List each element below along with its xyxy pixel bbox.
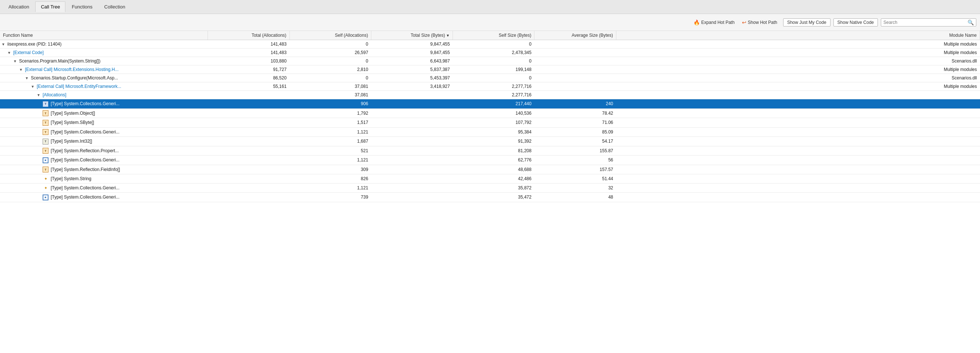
- col-header-self-size[interactable]: Self Size (Bytes): [453, 31, 535, 40]
- table-row[interactable]: ■[Type] System.Collections.Generi...1,12…: [0, 155, 980, 165]
- tab-allocation[interactable]: Allocation: [3, 2, 35, 12]
- cell-avg_size: 240: [535, 99, 616, 109]
- cell-total_size: [371, 118, 453, 128]
- table-row[interactable]: T[Type] System.Reflection.Propert...5218…: [0, 146, 980, 155]
- tab-collection[interactable]: Collection: [99, 2, 131, 12]
- cell-self_size: 35,872: [453, 184, 535, 193]
- cell-self_size: 0: [453, 40, 535, 48]
- cell-avg_size: 85.09: [535, 127, 616, 137]
- cell-self_alloc: 906: [290, 99, 371, 109]
- cell-self_alloc: 26,597: [290, 48, 371, 57]
- cell-total_size: 5,453,397: [371, 74, 453, 82]
- cell-module: [616, 109, 980, 118]
- cell-avg_size: 56: [535, 155, 616, 165]
- cell-avg_size: [535, 65, 616, 74]
- cell-self_size: 62,776: [453, 155, 535, 165]
- table-row[interactable]: ▼Scenarios.Program.Main(System.String[])…: [0, 57, 980, 65]
- search-input[interactable]: [883, 20, 967, 25]
- top-tabs: Allocation Call Tree Functions Collectio…: [0, 0, 980, 14]
- show-hot-path-button[interactable]: ↩ Show Hot Path: [740, 18, 780, 27]
- cell-self_alloc: 0: [290, 57, 371, 65]
- cell-total_size: [371, 91, 453, 99]
- function-name-label: [Allocations]: [43, 92, 67, 97]
- table-row[interactable]: ▼iisexpress.exe (PID: 11404)141,48309,84…: [0, 40, 980, 48]
- col-header-module[interactable]: Module Name: [616, 31, 980, 40]
- table-row[interactable]: T[Type] System.SByte[]1,517107,79271.06: [0, 118, 980, 128]
- col-header-total-alloc[interactable]: Total (Allocations): [208, 31, 290, 40]
- cell-module: [616, 118, 980, 128]
- expand-arrow-icon[interactable]: ▼: [13, 59, 18, 63]
- tab-functions[interactable]: Functions: [66, 2, 98, 12]
- cell-self_size: 81,208: [453, 146, 535, 155]
- cell-total_alloc: 141,483: [208, 40, 290, 48]
- cell-avg_size: [535, 82, 616, 91]
- table-row[interactable]: T[Type] System.Reflection.FieldInfo[]309…: [0, 165, 980, 174]
- table-row[interactable]: ■[Type] System.Collections.Generi...7393…: [0, 193, 980, 202]
- arrow-left-icon: ↩: [742, 19, 746, 26]
- function-name-label: [Type] System.SByte[]: [51, 120, 94, 125]
- cell-avg_size: [535, 57, 616, 65]
- cell-total_size: 9,847,455: [371, 40, 453, 48]
- type-icon: ✦: [43, 185, 49, 191]
- type-icon: ✦: [43, 176, 49, 182]
- cell-module: Multiple modules: [616, 48, 980, 57]
- cell-total_alloc: 86,520: [208, 74, 290, 82]
- col-header-avg-size[interactable]: Average Size (Bytes): [535, 31, 616, 40]
- table-row[interactable]: T[Type] System.Int32[]1,68791,39254.17: [0, 137, 980, 146]
- cell-self_alloc: 0: [290, 40, 371, 48]
- tab-call-tree[interactable]: Call Tree: [35, 2, 65, 12]
- search-box[interactable]: 🔍: [881, 18, 976, 27]
- show-just-my-code-button[interactable]: Show Just My Code: [783, 18, 830, 27]
- cell-self_size: 140,536: [453, 109, 535, 118]
- table-row[interactable]: ▼Scenarios.Startup.Configure(Microsoft.A…: [0, 74, 980, 82]
- cell-self_size: 95,384: [453, 127, 535, 137]
- cell-total_alloc: [208, 146, 290, 155]
- expand-arrow-icon[interactable]: ▼: [2, 42, 6, 46]
- table-row[interactable]: T[Type] System.Collections.Generi...9062…: [0, 99, 980, 109]
- cell-total_alloc: 103,880: [208, 57, 290, 65]
- cell-total_alloc: 55,161: [208, 82, 290, 91]
- expand-arrow-icon[interactable]: ▼: [7, 51, 12, 55]
- cell-avg_size: 51.44: [535, 174, 616, 184]
- table-row[interactable]: ✦[Type] System.Collections.Generi...1,12…: [0, 184, 980, 193]
- function-name-label: [Type] System.String: [51, 176, 91, 181]
- cell-self_size: 107,792: [453, 118, 535, 128]
- cell-total_alloc: [208, 127, 290, 137]
- cell-module: Multiple modules: [616, 40, 980, 48]
- cell-avg_size: [535, 91, 616, 99]
- cell-avg_size: [535, 48, 616, 57]
- cell-total_alloc: [208, 137, 290, 146]
- cell-avg_size: 78.42: [535, 109, 616, 118]
- expand-arrow-icon[interactable]: ▼: [31, 85, 35, 89]
- expand-arrow-icon[interactable]: ▼: [37, 93, 41, 97]
- table-row[interactable]: T[Type] System.Object[]1,792140,53678.42: [0, 109, 980, 118]
- cell-avg_size: 157.57: [535, 165, 616, 174]
- table-row[interactable]: T[Type] System.Collections.Generi...1,12…: [0, 127, 980, 137]
- col-header-function-name[interactable]: Function Name: [0, 31, 208, 40]
- cell-module: [616, 91, 980, 99]
- table-row[interactable]: ▼[External Call] Microsoft.EntityFramewo…: [0, 82, 980, 91]
- cell-total_size: [371, 99, 453, 109]
- table-row[interactable]: ✦[Type] System.String82642,48651.44: [0, 174, 980, 184]
- function-name-label: [Type] System.Reflection.FieldInfo[]: [51, 167, 120, 172]
- function-name-label: [External Call] Microsoft.Extensions.Hos…: [25, 67, 119, 72]
- cell-total_size: [371, 127, 453, 137]
- cell-total_alloc: 141,483: [208, 48, 290, 57]
- col-header-total-size[interactable]: Total Size (Bytes): [371, 31, 453, 40]
- expand-arrow-icon[interactable]: ▼: [19, 68, 24, 72]
- expand-hot-path-button[interactable]: 🔥 Expand Hot Path: [691, 18, 737, 27]
- col-header-self-alloc[interactable]: Self (Allocations): [290, 31, 371, 40]
- cell-self_size: 0: [453, 74, 535, 82]
- table-row[interactable]: ▼[External Call] Microsoft.Extensions.Ho…: [0, 65, 980, 74]
- cell-total_size: [371, 174, 453, 184]
- show-native-code-button[interactable]: Show Native Code: [834, 18, 878, 27]
- type-icon: T: [43, 110, 49, 117]
- cell-total_size: [371, 155, 453, 165]
- cell-total_alloc: [208, 91, 290, 99]
- table-row[interactable]: ▼[External Code]141,48326,5979,847,4552,…: [0, 48, 980, 57]
- cell-self_size: 2,478,345: [453, 48, 535, 57]
- cell-self_size: 199,148: [453, 65, 535, 74]
- expand-arrow-icon[interactable]: ▼: [25, 76, 29, 80]
- table-row[interactable]: ▼[Allocations]37,0812,277,716: [0, 91, 980, 99]
- function-name-label: [Type] System.Collections.Generi...: [51, 101, 119, 106]
